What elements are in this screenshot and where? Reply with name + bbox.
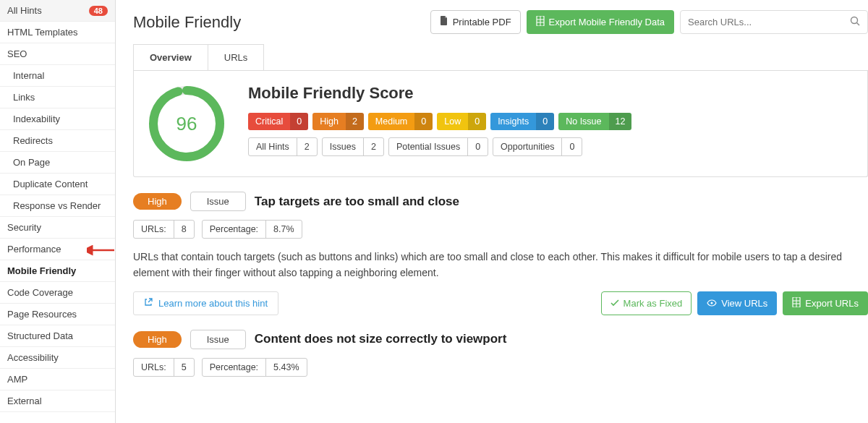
sidebar-item-amp[interactable]: AMP [0, 369, 115, 390]
hint-type-pill: Issue [190, 330, 246, 349]
export-urls-button[interactable]: Export URLs [783, 291, 868, 315]
search-icon [850, 16, 860, 28]
sidebar-item-label: Structured Data [7, 330, 73, 341]
severity-row: Critical0High2Medium0Low0Insights0No Iss… [248, 113, 854, 130]
filter-potential-issues[interactable]: Potential Issues0 [388, 137, 488, 156]
sidebar-item-label: Duplicate Content [13, 179, 88, 189]
export-data-label: Export Mobile Friendly Data [549, 17, 665, 27]
export-data-button[interactable]: Export Mobile Friendly Data [527, 10, 674, 34]
severity-count: 0 [536, 113, 554, 130]
severity-medium[interactable]: Medium0 [368, 113, 433, 130]
hint-card: HighIssueContent does not size correctly… [133, 330, 868, 377]
sidebar-item-label: All Hints [7, 5, 42, 16]
header-actions: Printable PDF Export Mobile Friendly Dat… [430, 10, 868, 34]
severity-high[interactable]: High2 [312, 113, 364, 130]
severity-label: Low [437, 113, 468, 130]
severity-count: 2 [346, 113, 364, 130]
severity-label: Medium [368, 113, 414, 130]
page-title: Mobile Friendly [133, 13, 241, 32]
sidebar-item-label: Indexability [13, 114, 60, 124]
sidebar-item-accessibility[interactable]: Accessibility [0, 347, 115, 369]
search-input[interactable] [688, 17, 850, 27]
sidebar-item-label: Code Coverage [7, 287, 73, 298]
score-panel: 96 Mobile Friendly Score Critical0High2M… [133, 71, 868, 177]
severity-critical[interactable]: Critical0 [248, 113, 308, 130]
hint-title: Tap targets are too small and close [255, 195, 459, 209]
severity-insights[interactable]: Insights0 [490, 113, 554, 130]
stat-label: Percentage: [203, 221, 265, 238]
main-content: Mobile Friendly Printable PDF Export Mob… [116, 0, 868, 423]
sidebar-item-label: Accessibility [7, 352, 59, 363]
filter-row: All Hints2Issues2Potential Issues0Opport… [248, 137, 854, 156]
sidebar-item-internal[interactable]: Internal [0, 65, 115, 87]
filter-label: All Hints [249, 138, 297, 155]
hint-urls-stat: URLs:8 [133, 220, 195, 239]
view-urls-label: View URLs [721, 298, 767, 309]
sidebar-item-label: AMP [7, 374, 27, 385]
sidebar-item-performance[interactable]: Performance [0, 239, 115, 260]
spreadsheet-icon [792, 297, 801, 309]
sidebar-item-seo[interactable]: SEO [0, 43, 115, 65]
svg-line-6 [857, 23, 860, 26]
sidebar: All Hints48HTML TemplatesSEOInternalLink… [0, 0, 116, 423]
severity-label: No Issue [558, 113, 608, 130]
sidebar-item-structured-data[interactable]: Structured Data [0, 325, 115, 347]
eye-icon [707, 298, 717, 309]
sidebar-item-external[interactable]: External [0, 390, 115, 412]
mark-fixed-label: Mark as Fixed [624, 298, 683, 309]
sidebar-item-label: Performance [7, 244, 61, 255]
severity-label: Critical [248, 113, 290, 130]
stat-value: 8 [174, 221, 194, 238]
sidebar-item-label: External [7, 396, 42, 406]
hint-severity-pill: High [133, 193, 182, 210]
sidebar-item-html-templates[interactable]: HTML Templates [0, 22, 115, 43]
filter-count: 0 [561, 138, 582, 155]
sidebar-item-label: Internal [13, 70, 44, 81]
view-urls-button[interactable]: View URLs [697, 291, 777, 315]
sidebar-item-label: SEO [7, 48, 27, 59]
sidebar-item-security[interactable]: Security [0, 217, 115, 239]
filter-issues[interactable]: Issues2 [322, 137, 384, 156]
stat-label: URLs: [134, 359, 174, 376]
severity-no-issue[interactable]: No Issue12 [558, 113, 631, 130]
sidebar-item-label: Links [13, 92, 35, 103]
filter-opportunities[interactable]: Opportunities0 [493, 137, 582, 156]
hint-title: Content does not size correctly to viewp… [255, 332, 507, 346]
sidebar-item-page-resources[interactable]: Page Resources [0, 304, 115, 325]
sidebar-item-indexability[interactable]: Indexability [0, 108, 115, 130]
tab-urls[interactable]: URLs [208, 44, 265, 70]
sidebar-item-label: On Page [13, 157, 50, 168]
filter-count: 2 [363, 138, 383, 155]
sidebar-item-on-page[interactable]: On Page [0, 152, 115, 174]
sidebar-item-links[interactable]: Links [0, 87, 115, 108]
sidebar-item-label: Response vs Render [13, 200, 101, 211]
stat-label: Percentage: [203, 359, 265, 376]
hint-pct-stat: Percentage:8.7% [202, 220, 302, 239]
severity-count: 0 [290, 113, 308, 130]
sidebar-item-response-vs-render[interactable]: Response vs Render [0, 195, 115, 217]
sidebar-item-label: Redirects [13, 135, 53, 146]
severity-count: 0 [414, 113, 433, 130]
hint-type-pill: Issue [190, 192, 246, 211]
filter-label: Potential Issues [389, 138, 467, 155]
severity-label: High [312, 113, 346, 130]
search-urls-box[interactable] [680, 10, 868, 34]
stat-value: 8.7% [265, 221, 302, 238]
sidebar-item-code-coverage[interactable]: Code Coverage [0, 282, 115, 304]
severity-low[interactable]: Low0 [437, 113, 486, 130]
learn-more-link[interactable]: Learn more about this hint [133, 291, 278, 315]
filter-all-hints[interactable]: All Hints2 [248, 137, 318, 156]
printable-pdf-label: Printable PDF [453, 17, 511, 27]
document-icon [440, 16, 448, 28]
score-title: Mobile Friendly Score [248, 84, 854, 103]
spreadsheet-icon [536, 16, 545, 28]
sidebar-item-duplicate-content[interactable]: Duplicate Content [0, 174, 115, 195]
tab-overview[interactable]: Overview [133, 44, 208, 70]
sidebar-item-redirects[interactable]: Redirects [0, 130, 115, 152]
sidebar-item-all-hints[interactable]: All Hints48 [0, 0, 115, 22]
printable-pdf-button[interactable]: Printable PDF [430, 10, 521, 34]
sidebar-item-mobile-friendly[interactable]: Mobile Friendly [0, 260, 115, 282]
score-donut: 96 [147, 84, 226, 163]
tabs: OverviewURLs [133, 44, 868, 71]
mark-fixed-button[interactable]: Mark as Fixed [601, 291, 692, 315]
